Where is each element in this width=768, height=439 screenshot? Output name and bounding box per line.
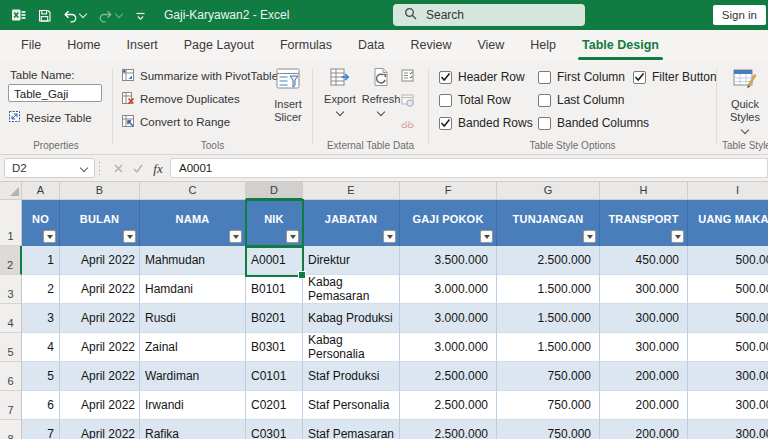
cell-A2[interactable]: 1	[22, 246, 60, 275]
enter-icon[interactable]	[128, 155, 148, 182]
table-header-jabatan[interactable]: JABATAN	[303, 200, 400, 246]
tab-formulas[interactable]: Formulas	[267, 30, 345, 62]
column-header-B[interactable]: B	[60, 182, 140, 200]
cell-G7[interactable]: 750.000	[497, 391, 600, 420]
cell-E3[interactable]: Kabag Pemasaran	[303, 275, 400, 304]
filter-button-no[interactable]	[43, 230, 56, 243]
cell-A6[interactable]: 5	[22, 362, 60, 391]
column-header-A[interactable]: A	[22, 182, 60, 200]
checkbox-header-row[interactable]: Header Row	[439, 70, 525, 84]
table-header-bulan[interactable]: BULAN	[60, 200, 140, 246]
checkbox-filter-button[interactable]: Filter Button	[633, 70, 717, 84]
cell-F5[interactable]: 3.000.000	[400, 333, 497, 362]
table-header-transport[interactable]: TRANSPORT	[600, 200, 688, 246]
cell-I5[interactable]: 500.000	[688, 333, 768, 362]
cell-B2[interactable]: April 2022	[60, 246, 140, 275]
cell-B7[interactable]: April 2022	[60, 391, 140, 420]
cell-D7[interactable]: C0201	[246, 391, 303, 420]
filter-button-bulan[interactable]	[123, 230, 136, 243]
cell-H8[interactable]: 200.000	[600, 420, 688, 439]
cell-I8[interactable]: 300.000	[688, 420, 768, 439]
tab-view[interactable]: View	[464, 30, 517, 62]
tab-table-design[interactable]: Table Design	[569, 30, 672, 62]
row-header-3[interactable]: 3	[0, 275, 22, 304]
cell-D8[interactable]: C0301	[246, 420, 303, 439]
row-header-5[interactable]: 5	[0, 333, 22, 362]
insert-slicer-button[interactable]: Insert Slicer	[265, 66, 311, 124]
cell-I2[interactable]: 500.000	[688, 246, 768, 275]
table-header-gaji-pokok[interactable]: GAJI POKOK	[400, 200, 497, 246]
name-box[interactable]: D2	[4, 158, 95, 178]
cell-C7[interactable]: Irwandi	[140, 391, 246, 420]
cell-A5[interactable]: 4	[22, 333, 60, 362]
filter-button-nik[interactable]	[286, 230, 299, 243]
table-header-uang-makan[interactable]: UANG MAKAN	[688, 200, 768, 246]
redo-dropdown-icon[interactable]	[115, 10, 123, 18]
filter-button-tunjangan[interactable]	[583, 230, 596, 243]
undo-button[interactable]	[59, 6, 91, 25]
row-header-4[interactable]: 4	[0, 304, 22, 333]
column-header-I[interactable]: I	[688, 182, 768, 200]
name-box-dropdown-icon[interactable]	[80, 164, 88, 172]
cell-F8[interactable]: 2.500.000	[400, 420, 497, 439]
cell-I3[interactable]: 500.000	[688, 275, 768, 304]
refresh-button[interactable]: Refresh	[360, 66, 402, 115]
search-input[interactable]: Search	[393, 4, 585, 26]
cell-E2[interactable]: Direktur	[303, 246, 400, 275]
sign-in-button[interactable]: Sign in	[713, 5, 766, 25]
cell-C4[interactable]: Rusdi	[140, 304, 246, 333]
cell-D2[interactable]: A0001	[246, 246, 303, 275]
cell-I4[interactable]: 500.000	[688, 304, 768, 333]
table-header-tunjangan[interactable]: TUNJANGAN	[497, 200, 600, 246]
filter-button-nama[interactable]	[229, 230, 242, 243]
cell-H5[interactable]: 300.000	[600, 333, 688, 362]
table-header-nik[interactable]: NIK	[246, 200, 303, 246]
tab-home[interactable]: Home	[54, 30, 113, 62]
redo-button[interactable]	[95, 6, 127, 25]
cell-A8[interactable]: 7	[22, 420, 60, 439]
formula-input[interactable]: A0001	[170, 158, 768, 178]
customize-quick-access-icon[interactable]	[131, 7, 150, 24]
table-name-input[interactable]: Table_Gaji	[8, 84, 102, 102]
cell-G4[interactable]: 1.500.000	[497, 304, 600, 333]
row-header-8[interactable]: 8	[0, 420, 22, 439]
refresh-dropdown-icon[interactable]	[377, 108, 385, 116]
column-header-H[interactable]: H	[600, 182, 688, 200]
cell-I7[interactable]: 300.000	[688, 391, 768, 420]
cell-C3[interactable]: Hamdani	[140, 275, 246, 304]
cell-B6[interactable]: April 2022	[60, 362, 140, 391]
cell-H2[interactable]: 450.000	[600, 246, 688, 275]
tab-review[interactable]: Review	[397, 30, 464, 62]
cell-A3[interactable]: 2	[22, 275, 60, 304]
column-header-C[interactable]: C	[140, 182, 246, 200]
checkbox-banded-rows[interactable]: Banded Rows	[439, 116, 533, 130]
cell-E8[interactable]: Staf Pemasaran	[303, 420, 400, 439]
formula-bar-drag-handle[interactable]	[99, 162, 100, 175]
row-header-7[interactable]: 7	[0, 391, 22, 420]
insert-function-icon[interactable]: fx	[148, 155, 168, 182]
tab-help[interactable]: Help	[517, 30, 569, 62]
tab-data[interactable]: Data	[345, 30, 397, 62]
remove-duplicates-button[interactable]: Remove Duplicates	[121, 91, 240, 107]
checkbox-banded-columns[interactable]: Banded Columns	[538, 116, 649, 130]
resize-table-button[interactable]: Resize Table	[8, 110, 92, 125]
cell-G2[interactable]: 2.500.000	[497, 246, 600, 275]
filter-button-gaji-pokok[interactable]	[480, 230, 493, 243]
cell-H6[interactable]: 200.000	[600, 362, 688, 391]
cell-B8[interactable]: April 2022	[60, 420, 140, 439]
column-header-G[interactable]: G	[497, 182, 600, 200]
tab-insert[interactable]: Insert	[114, 30, 171, 62]
unlink-button[interactable]	[401, 119, 414, 135]
cell-A4[interactable]: 3	[22, 304, 60, 333]
cell-H7[interactable]: 200.000	[600, 391, 688, 420]
checkbox-first-column[interactable]: First Column	[538, 70, 625, 84]
cell-B4[interactable]: April 2022	[60, 304, 140, 333]
column-header-E[interactable]: E	[303, 182, 400, 200]
cell-I6[interactable]: 300.000	[688, 362, 768, 391]
tab-page-layout[interactable]: Page Layout	[171, 30, 267, 62]
cell-E4[interactable]: Kabag Produksi	[303, 304, 400, 333]
cell-E6[interactable]: Staf Produksi	[303, 362, 400, 391]
cell-D4[interactable]: B0201	[246, 304, 303, 333]
cell-F7[interactable]: 2.500.000	[400, 391, 497, 420]
cell-C8[interactable]: Rafika	[140, 420, 246, 439]
